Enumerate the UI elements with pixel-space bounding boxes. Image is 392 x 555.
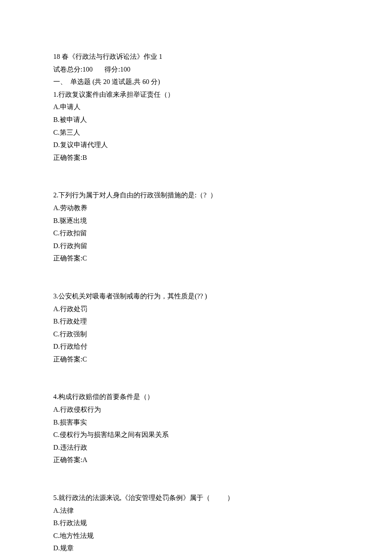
question-option: C.侵权行为与损害结果之间有因果关系 — [53, 428, 339, 441]
question-option: D.违法行政 — [53, 441, 339, 454]
question-option: A.法律 — [53, 504, 339, 517]
question-stem: 5.就行政法的法源来说,《治安管理处罚条例》属于（ ） — [53, 491, 339, 504]
question-option: A.申请人 — [53, 101, 339, 113]
question-block: 1.行政复议案件由谁来承担举证责任（） A.申请人 B.被申请人 C.第三人 D… — [53, 88, 339, 164]
question-answer: 正确答案:B — [53, 151, 339, 164]
question-answer: 正确答案:C — [53, 353, 339, 366]
section-heading: 一、 单选题 (共 20 道试题,共 60 分) — [53, 75, 339, 88]
question-block: 3.公安机关对吸毒者强制戒毒的行为，其性质是(?? ) A.行政处罚 B.行政处… — [53, 290, 339, 366]
spacer — [53, 164, 339, 189]
question-option: D.规章 — [53, 542, 339, 555]
score-line: 试卷总分:100 得分:100 — [53, 63, 339, 76]
question-option: C.第三人 — [53, 126, 339, 139]
spacer — [53, 265, 339, 290]
question-option: C.地方性法规 — [53, 529, 339, 542]
question-option: B.驱逐出境 — [53, 214, 339, 227]
question-stem: 3.公安机关对吸毒者强制戒毒的行为，其性质是(?? ) — [53, 290, 339, 303]
assignment-title: 18 春《行政法与行政诉讼法》作业 1 — [53, 50, 339, 63]
question-stem: 2.下列行为属于对人身自由的行政强制措施的是:（? ） — [53, 189, 339, 202]
spacer — [53, 466, 339, 491]
question-answer: 正确答案:A — [53, 454, 339, 466]
question-block: 2.下列行为属于对人身自由的行政强制措施的是:（? ） A.劳动教养 B.驱逐出… — [53, 189, 339, 265]
question-option: C.行政扣留 — [53, 227, 339, 240]
question-option: B.被申请人 — [53, 113, 339, 126]
question-answer: 正确答案:C — [53, 252, 339, 265]
question-option: D.行政给付 — [53, 340, 339, 353]
question-option: C.行政强制 — [53, 328, 339, 341]
question-block: 5.就行政法的法源来说,《治安管理处罚条例》属于（ ） A.法律 B.行政法规 … — [53, 491, 339, 555]
question-option: A.行政处罚 — [53, 303, 339, 315]
question-option: D.行政拘留 — [53, 240, 339, 252]
question-stem: 1.行政复议案件由谁来承担举证责任（） — [53, 88, 339, 101]
question-option: D.复议申请代理人 — [53, 139, 339, 151]
question-stem: 4.构成行政赔偿的首要条件是（） — [53, 390, 339, 403]
question-block: 4.构成行政赔偿的首要条件是（） A.行政侵权行为 B.损害事实 C.侵权行为与… — [53, 390, 339, 466]
question-option: A.行政侵权行为 — [53, 403, 339, 416]
question-option: B.损害事实 — [53, 416, 339, 429]
spacer — [53, 365, 339, 390]
question-option: B.行政法规 — [53, 517, 339, 529]
question-option: B.行政处理 — [53, 315, 339, 328]
question-option: A.劳动教养 — [53, 202, 339, 214]
